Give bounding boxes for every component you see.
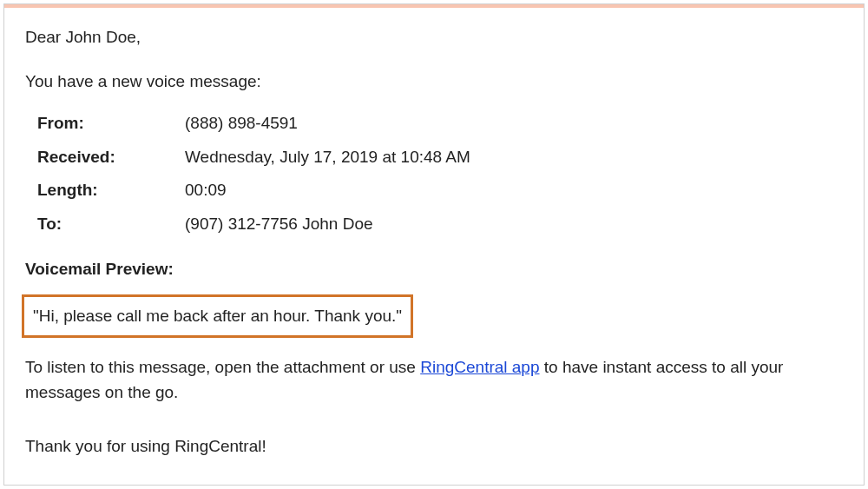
- listen-instructions: To listen to this message, open the atta…: [25, 355, 843, 405]
- length-value: 00:09: [185, 178, 227, 203]
- length-label: Length:: [37, 178, 185, 203]
- details-table: From: (888) 898-4591 Received: Wednesday…: [37, 111, 843, 236]
- thankyou-text: Thank you for using RingCentral!: [25, 434, 843, 459]
- to-label: To:: [37, 212, 185, 237]
- received-value: Wednesday, July 17, 2019 at 10:48 AM: [185, 145, 470, 170]
- greeting-text: Dear John Doe,: [25, 25, 843, 50]
- intro-text: You have a new voice message:: [25, 69, 843, 95]
- details-row-received: Received: Wednesday, July 17, 2019 at 10…: [37, 145, 843, 170]
- from-value: (888) 898-4591: [185, 111, 298, 136]
- voicemail-preview-heading: Voicemail Preview:: [25, 257, 843, 282]
- voicemail-preview-text: "Hi, please call me back after an hour. …: [33, 307, 402, 325]
- voicemail-preview-box: "Hi, please call me back after an hour. …: [22, 294, 413, 339]
- ringcentral-app-link[interactable]: RingCentral app: [420, 358, 539, 376]
- to-value: (907) 312-7756 John Doe: [185, 212, 373, 237]
- listen-prefix: To listen to this message, open the atta…: [25, 358, 420, 376]
- details-row-to: To: (907) 312-7756 John Doe: [37, 212, 843, 237]
- email-container: Dear John Doe, You have a new voice mess…: [3, 3, 865, 486]
- details-row-from: From: (888) 898-4591: [37, 111, 843, 136]
- from-label: From:: [37, 111, 185, 136]
- received-label: Received:: [37, 145, 185, 170]
- email-content: Dear John Doe, You have a new voice mess…: [4, 8, 864, 477]
- details-row-length: Length: 00:09: [37, 178, 843, 203]
